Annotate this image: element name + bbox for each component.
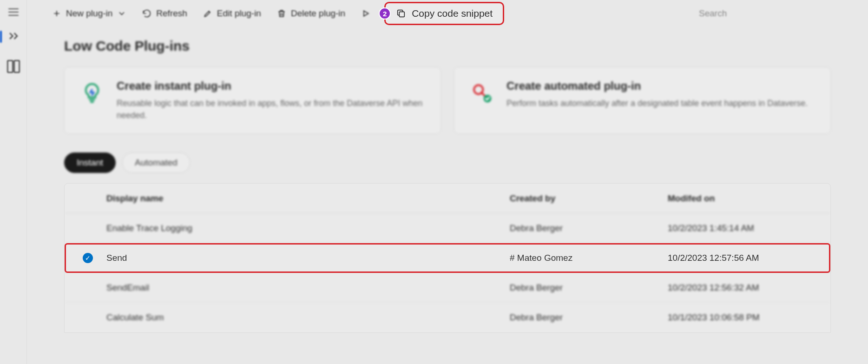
cell-modified-on: 10/2/2023 12:57:56 AM: [668, 253, 826, 263]
automated-icon: [468, 79, 495, 106]
cell-modified-on: 10/2/2023 12:56:32 AM: [668, 283, 826, 293]
cell-created-by: # Mateo Gomez: [510, 253, 668, 263]
search-placeholder: Search: [699, 8, 727, 19]
tab-automated[interactable]: Automated: [122, 152, 190, 173]
create-automated-card[interactable]: Create automated plug-in Perform tasks a…: [454, 67, 831, 134]
cell-modified-on: 10/2/2023 1:45:14 AM: [668, 223, 826, 233]
tab-strip: Instant Automated: [64, 152, 831, 173]
new-plugin-label: New plug-in: [66, 8, 112, 19]
col-display-name[interactable]: Display name: [106, 193, 510, 204]
rail-item-library[interactable]: [5, 58, 22, 75]
plugins-table: Display name Created by Modifed on Enabl…: [64, 183, 831, 333]
refresh-label: Refresh: [156, 8, 187, 19]
cell-display-name: Send: [106, 253, 510, 263]
delete-plugin-button[interactable]: Delete plug-in: [270, 5, 352, 22]
edit-plugin-button[interactable]: Edit plug-in: [197, 5, 268, 22]
book-icon: [5, 58, 22, 75]
play-icon: [361, 9, 370, 18]
automated-card-title: Create automated plug-in: [506, 79, 808, 93]
col-created-by[interactable]: Created by: [510, 193, 668, 204]
create-instant-card[interactable]: Create instant plug-in Reusable logic th…: [64, 67, 441, 134]
svg-rect-1: [14, 60, 19, 72]
command-bar: New plug-in Refresh Edit plug-in Delete …: [27, 0, 868, 27]
refresh-button[interactable]: Refresh: [136, 5, 194, 22]
annotation-badge-2: 2: [379, 7, 391, 20]
trash-icon: [277, 9, 286, 18]
delete-plugin-label: Delete plug-in: [291, 8, 345, 19]
cell-created-by: Debra Berger: [510, 223, 668, 233]
chevron-down-icon: [117, 9, 126, 18]
table-header-row: Display name Created by Modifed on: [65, 184, 830, 213]
refresh-icon: [142, 9, 151, 18]
svg-rect-0: [7, 60, 13, 72]
cell-created-by: Debra Berger: [510, 312, 668, 323]
cell-modified-on: 10/1/2023 10:06:58 PM: [668, 312, 826, 323]
instant-icon: [79, 79, 105, 106]
new-plugin-button[interactable]: New plug-in: [46, 5, 133, 22]
cell-display-name: Calculate Sum: [106, 312, 510, 323]
table-row-selected[interactable]: ✓ Send # Mateo Gomez 10/2/2023 12:57:56 …: [65, 243, 830, 273]
page-title: Low Code Plug-ins: [64, 38, 831, 54]
pencil-icon: [203, 9, 212, 18]
cell-display-name: SendEmail: [106, 283, 510, 293]
table-row[interactable]: Enable Trace Logging Debra Berger 10/2/2…: [65, 213, 830, 243]
automated-card-desc: Perform tasks automatically after a desi…: [506, 97, 808, 109]
col-modified-on[interactable]: Modifed on: [668, 193, 826, 204]
plug-icon: [5, 28, 22, 46]
instant-card-title: Create instant plug-in: [117, 79, 427, 93]
row-selected-check-icon[interactable]: ✓: [83, 253, 93, 263]
instant-card-desc: Reusable logic that can be invoked in ap…: [117, 97, 427, 121]
copy-code-snippet-button[interactable]: Copy code snippet: [384, 2, 504, 25]
left-nav-rail: [0, 0, 27, 364]
cell-created-by: Debra Berger: [510, 283, 668, 293]
copy-code-snippet-label: Copy code snippet: [412, 8, 493, 19]
play-button[interactable]: [355, 5, 372, 22]
hamburger-menu[interactable]: [8, 8, 19, 16]
copy-icon: [396, 8, 406, 19]
edit-plugin-label: Edit plug-in: [217, 8, 261, 19]
search-input[interactable]: Search: [691, 4, 859, 23]
svg-rect-2: [400, 12, 405, 17]
table-row[interactable]: SendEmail Debra Berger 10/2/2023 12:56:3…: [65, 273, 830, 303]
rail-item-plugins[interactable]: [5, 28, 22, 46]
tab-instant[interactable]: Instant: [64, 152, 116, 173]
table-row[interactable]: Calculate Sum Debra Berger 10/1/2023 10:…: [65, 303, 830, 332]
cell-display-name: Enable Trace Logging: [106, 223, 510, 233]
plus-icon: [52, 9, 61, 18]
